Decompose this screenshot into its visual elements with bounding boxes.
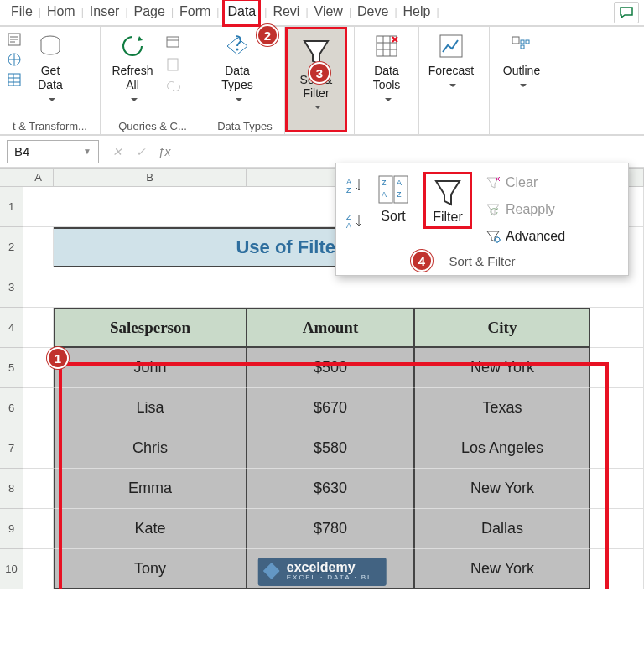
cell-b7[interactable]: Chris <box>54 428 247 469</box>
sort-desc-button[interactable]: ZA <box>343 209 368 232</box>
header-city[interactable]: City <box>414 308 590 348</box>
svg-text:A: A <box>346 221 351 229</box>
from-web-icon[interactable] <box>5 50 23 69</box>
tab-formulas[interactable]: Form <box>177 1 213 24</box>
from-table-icon[interactable] <box>5 70 23 89</box>
get-data-button[interactable]: Get Data <box>29 30 72 107</box>
col-header-a[interactable]: A <box>23 169 54 187</box>
tab-insert[interactable]: Inser <box>87 1 122 24</box>
cell-d6[interactable]: Texas <box>414 388 590 428</box>
group-forecast: Forecast <box>419 27 490 134</box>
clear-filter-button[interactable]: Clear <box>482 172 541 194</box>
cell-d7[interactable]: Los Angeles <box>414 428 590 469</box>
cell-b10[interactable]: Tony <box>54 549 247 589</box>
forecast-button[interactable]: Forecast <box>424 30 478 94</box>
row-header-9[interactable]: 9 <box>0 509 23 549</box>
row-header-8[interactable]: 8 <box>0 469 23 509</box>
row-header-2[interactable]: 2 <box>0 227 23 267</box>
group-data-tools: Data Tools <box>354 27 419 134</box>
cell-d9[interactable]: Dallas <box>414 509 590 549</box>
tab-review[interactable]: Revi <box>270 1 302 24</box>
outline-button[interactable]: Outline <box>495 30 548 94</box>
refresh-all-button[interactable]: Refresh All <box>106 30 159 107</box>
cell-d5[interactable]: New York <box>414 348 590 388</box>
select-all-corner[interactable] <box>0 169 23 187</box>
cell-e4[interactable] <box>590 308 644 348</box>
enter-formula-button[interactable]: ✓ <box>129 145 153 158</box>
name-box[interactable]: B4 ▼ <box>7 140 99 163</box>
sort-asc-button[interactable]: AZ <box>343 174 368 197</box>
cell-e10[interactable] <box>590 549 644 589</box>
cell-c7[interactable]: $580 <box>247 428 414 469</box>
cancel-formula-button[interactable]: ✕ <box>106 145 129 158</box>
cell-c8[interactable]: $630 <box>247 469 414 509</box>
row-header-1[interactable]: 1 <box>0 187 23 227</box>
comment-icon <box>620 7 633 18</box>
svg-rect-5 <box>168 59 178 70</box>
caret-down-icon: ▼ <box>83 147 91 156</box>
cell-a9[interactable] <box>23 509 54 549</box>
cell-e8[interactable] <box>590 469 644 509</box>
row-header-6[interactable]: 6 <box>0 388 23 428</box>
cell-e9[interactable] <box>590 509 644 549</box>
fx-button[interactable]: ƒx <box>153 145 176 158</box>
callout-4: 4 <box>411 250 433 272</box>
cell-a6[interactable] <box>23 388 54 428</box>
tab-file[interactable]: File <box>8 1 35 24</box>
svg-text:Z: Z <box>397 190 402 199</box>
cell-b6[interactable]: Lisa <box>54 388 247 428</box>
tab-help[interactable]: Help <box>401 1 434 24</box>
row-header-10[interactable]: 10 <box>0 549 23 589</box>
svg-rect-4 <box>167 37 179 47</box>
filter-button[interactable]: Filter <box>423 172 472 229</box>
reapply-button[interactable]: Reapply <box>482 199 558 221</box>
cell-a2[interactable] <box>23 227 54 267</box>
cell-e6[interactable] <box>590 388 644 428</box>
data-tools-button[interactable]: Data Tools <box>360 30 413 107</box>
cell-c5[interactable]: $500 <box>247 348 414 388</box>
tab-view[interactable]: View <box>312 1 345 24</box>
row-header-5[interactable]: 5 <box>0 348 23 388</box>
cell-e7[interactable] <box>590 428 644 469</box>
queries-icon[interactable] <box>164 34 183 52</box>
cell-b8[interactable]: Emma <box>54 469 247 509</box>
col-header-b[interactable]: B <box>54 169 247 187</box>
tab-data[interactable]: Data <box>222 0 261 27</box>
svg-point-6 <box>236 49 239 51</box>
group-get-transform: Get Data t & Transform... <box>0 27 101 134</box>
cell-d8[interactable]: New York <box>414 469 590 509</box>
tab-page[interactable]: Page <box>132 1 168 24</box>
tab-home[interactable]: Hom <box>44 1 78 24</box>
row-header-4[interactable]: 4 <box>0 308 23 348</box>
from-text-icon[interactable] <box>5 30 23 49</box>
cell-a7[interactable] <box>23 428 54 469</box>
reapply-label: Reapply <box>506 202 555 217</box>
group-get-transform-label: t & Transform... <box>5 117 95 134</box>
header-amount[interactable]: Amount <box>247 308 414 348</box>
cell-a10[interactable] <box>23 549 54 589</box>
group-queries: Refresh All Queries & C... <box>101 27 205 134</box>
clear-icon <box>486 176 501 189</box>
properties-icon[interactable] <box>164 55 183 74</box>
tab-developer[interactable]: Deve <box>355 1 391 24</box>
cell-e5[interactable] <box>590 348 644 388</box>
watermark-title: exceldemy <box>287 561 356 574</box>
cell-b9[interactable]: Kate <box>54 509 247 549</box>
row-header-7[interactable]: 7 <box>0 428 23 469</box>
cell-b5[interactable]: John <box>54 348 247 388</box>
header-salesperson[interactable]: Salesperson <box>54 308 247 348</box>
advanced-filter-button[interactable]: Advanced <box>482 226 569 247</box>
data-tools-icon <box>372 32 401 60</box>
edit-links-icon[interactable] <box>164 77 183 96</box>
custom-sort-button[interactable]: ZAAZ Sort <box>375 172 412 227</box>
cell-c9[interactable]: $780 <box>247 509 414 549</box>
cell-a4[interactable] <box>23 308 54 348</box>
svg-rect-8 <box>440 35 462 57</box>
comments-button[interactable] <box>614 2 639 23</box>
cell-c6[interactable]: $670 <box>247 388 414 428</box>
data-types-button[interactable]: Data Types <box>210 30 264 107</box>
row-header-3[interactable]: 3 <box>0 267 23 308</box>
svg-rect-12 <box>521 45 524 49</box>
cell-d10[interactable]: New York <box>414 549 590 589</box>
cell-a8[interactable] <box>23 469 54 509</box>
